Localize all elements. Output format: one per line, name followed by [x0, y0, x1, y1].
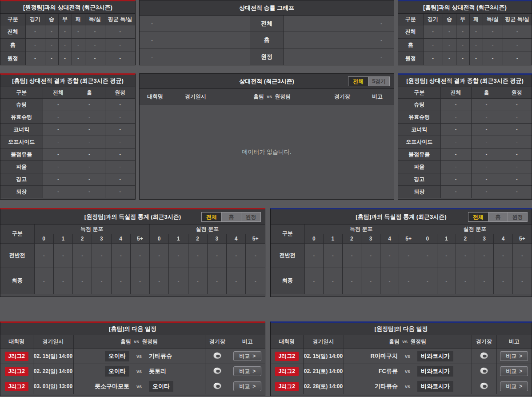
- table-row: 슈팅---: [0, 98, 135, 111]
- stat-value: -: [502, 173, 532, 185]
- stadium-icon[interactable]: [480, 352, 488, 361]
- table-row: 유효슈팅---: [0, 111, 135, 123]
- bin-header: 3: [361, 234, 380, 243]
- stat-value: -: [440, 123, 471, 136]
- teams-cell: 오이타 vs 돗토리: [73, 364, 205, 379]
- teams-cell: 기타큐슈 vs 비와코시가: [344, 379, 472, 394]
- bin-header: 2: [73, 234, 92, 243]
- bin-header: 5+: [246, 234, 265, 243]
- stat-value: -: [53, 243, 72, 268]
- stat-value: -: [246, 268, 265, 294]
- row-label: 경고: [0, 173, 43, 185]
- col-header: 구분: [0, 14, 25, 25]
- goals-home-table: 구분 득점 분포 실점 분포 012345+ 012345+ 전반전 -----…: [271, 225, 532, 294]
- col-header: 구분: [0, 87, 43, 98]
- table-row: 오프사이드---: [0, 136, 135, 148]
- stat-value: -: [105, 185, 135, 198]
- tab-home[interactable]: 홈: [221, 213, 241, 221]
- stadium-icon[interactable]: [213, 367, 222, 376]
- col-header: 구분: [398, 14, 423, 25]
- tab-all[interactable]: 전체: [202, 213, 221, 221]
- stat-value: -: [45, 38, 58, 52]
- stat-value: -: [85, 25, 105, 38]
- teams-cell: R야마구치 vs 비와코시가: [344, 349, 472, 364]
- stadium-icon[interactable]: [213, 382, 222, 391]
- compare-button[interactable]: 비교>: [233, 351, 261, 361]
- compare-button[interactable]: 비교>: [500, 366, 528, 376]
- home-team-name: 기타큐슈: [375, 383, 398, 389]
- bin-header: 1: [169, 234, 188, 243]
- tab-away[interactable]: 원정: [241, 213, 260, 221]
- league-cell: J리그2: [0, 379, 33, 394]
- compare-button[interactable]: 비교>: [500, 381, 528, 391]
- stat-value: -: [304, 268, 324, 294]
- col-header-stadium: 경기장: [324, 93, 361, 100]
- stat-value: -: [471, 111, 502, 123]
- schedule-row: J리그2 02. 21(토) 14:00 FC류큐 vs 비와코시가 비교>: [271, 364, 532, 379]
- next-home-table: 대회명 경기일시 홈팀vs원정팀 경기장 비고 J리그2 02. 15(일) 1…: [0, 335, 265, 394]
- league-badge: J리그2: [275, 382, 299, 391]
- stat-value: -: [246, 243, 265, 268]
- row-label: 원정: [0, 52, 25, 65]
- tab-home[interactable]: 홈: [488, 213, 508, 221]
- stat-value: -: [105, 52, 135, 65]
- stat-value: -: [494, 268, 513, 294]
- table-row: 오프사이드---: [398, 136, 532, 148]
- stat-value: -: [380, 268, 399, 294]
- tab-all[interactable]: 전체: [468, 213, 488, 221]
- stat-value: -: [399, 243, 418, 268]
- away-team-name: 비와코시가: [417, 366, 453, 377]
- stat-value: -: [456, 243, 475, 268]
- tab-all[interactable]: 전체: [348, 77, 368, 86]
- stat-value: -: [502, 98, 532, 111]
- row-label: 오프사이드: [398, 136, 440, 148]
- chevron-right-icon: >: [519, 368, 522, 374]
- stat-value: -: [74, 160, 105, 173]
- tab-5games[interactable]: 5경기: [368, 77, 389, 86]
- bin-header: 0: [34, 234, 53, 243]
- table-row: 전반전 ------------: [271, 243, 532, 268]
- panel-title: [홈팀]과의 상대전적 (최근3시즌): [398, 1, 532, 14]
- table-row: 경고---: [398, 173, 532, 185]
- col-header: 승: [443, 14, 456, 25]
- col-header: 승: [45, 14, 58, 25]
- away-team-name: 돗토리: [149, 368, 166, 374]
- row-label: 코너킥: [398, 123, 440, 136]
- panel-title-text: 상대전적 (최근3시즌): [239, 78, 294, 84]
- stadium-icon[interactable]: [480, 367, 488, 376]
- stadium-cell: [205, 349, 230, 364]
- compare-button[interactable]: 비교>: [233, 366, 261, 376]
- league-badge: J리그2: [5, 367, 28, 376]
- table-row: 코너킥---: [0, 123, 135, 136]
- col-header-note: 비고: [361, 93, 394, 100]
- league-cell: J리그2: [271, 349, 303, 364]
- vs-label: vs: [398, 353, 417, 359]
- compare-button[interactable]: 비교>: [233, 381, 261, 391]
- tab-away[interactable]: 원정: [508, 213, 527, 221]
- table-row: 최종 ------------: [271, 268, 532, 294]
- summary-away-table: 구분 전체 홈 원정 슈팅--- 유효슈팅--- 코너킥--- 오프사이드---…: [398, 87, 532, 198]
- home-team-name: 오이타: [105, 351, 129, 361]
- row-label: 전반전: [271, 243, 304, 268]
- tab-group: 전체 홈 원정: [468, 212, 528, 222]
- stadium-icon[interactable]: [480, 382, 488, 391]
- stat-value: -: [150, 268, 169, 294]
- stat-value: -: [111, 268, 130, 294]
- vs-label: vs: [129, 353, 149, 359]
- panel-title-text: [홈팀]과의 득실점 통계 (최근3시즌): [356, 213, 446, 220]
- group-header-conceded: 실점 분포: [418, 225, 532, 234]
- stat-value: -: [43, 123, 74, 136]
- compare-button[interactable]: 비교>: [500, 351, 528, 361]
- stadium-icon[interactable]: [213, 352, 222, 361]
- stat-value: -: [456, 38, 469, 52]
- stat-value: -: [471, 173, 502, 185]
- panel-goals-vs-home: [홈팀]과의 득실점 통계 (최근3시즌) 전체 홈 원정 구분 득점 분포 실…: [270, 208, 532, 297]
- stat-value: -: [74, 148, 105, 160]
- stat-value: -: [483, 52, 503, 65]
- stat-value: -: [207, 243, 226, 268]
- stat-value: -: [483, 38, 503, 52]
- note-cell: 비교>: [230, 379, 265, 394]
- panel-h2h-list: 상대전적 (최근3시즌) 전체 5경기 대회명 경기일시 홈팀vs원정팀 경기장…: [139, 73, 394, 200]
- table-row: 퇴장---: [0, 185, 135, 198]
- col-header: 평균 득/실: [105, 14, 135, 25]
